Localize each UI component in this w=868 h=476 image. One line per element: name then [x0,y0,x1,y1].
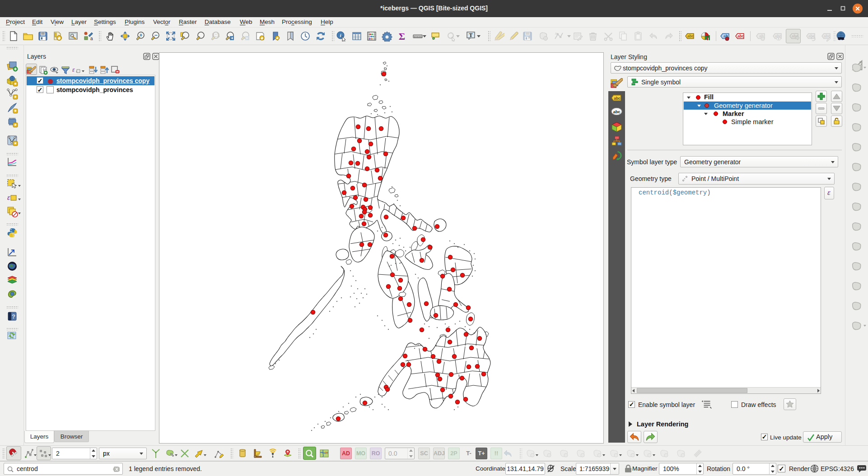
svg-text:abc: abc [687,34,694,38]
svg-text:abc: abc [737,34,744,38]
svg-text:Σ: Σ [399,31,405,42]
svg-text:T: T [469,32,472,38]
svg-text:a: a [90,36,93,41]
svg-text:/x: /x [555,32,558,36]
svg-text:?: ? [12,313,15,320]
svg-text:ε: ε [7,194,10,201]
svg-text:+: + [139,32,142,38]
svg-text:1:1: 1:1 [212,32,220,38]
svg-text:−: − [154,32,157,38]
svg-text:ε: ε [72,66,75,73]
svg-text:abc: abc [613,110,620,114]
svg-text:abc: abc [614,96,621,101]
